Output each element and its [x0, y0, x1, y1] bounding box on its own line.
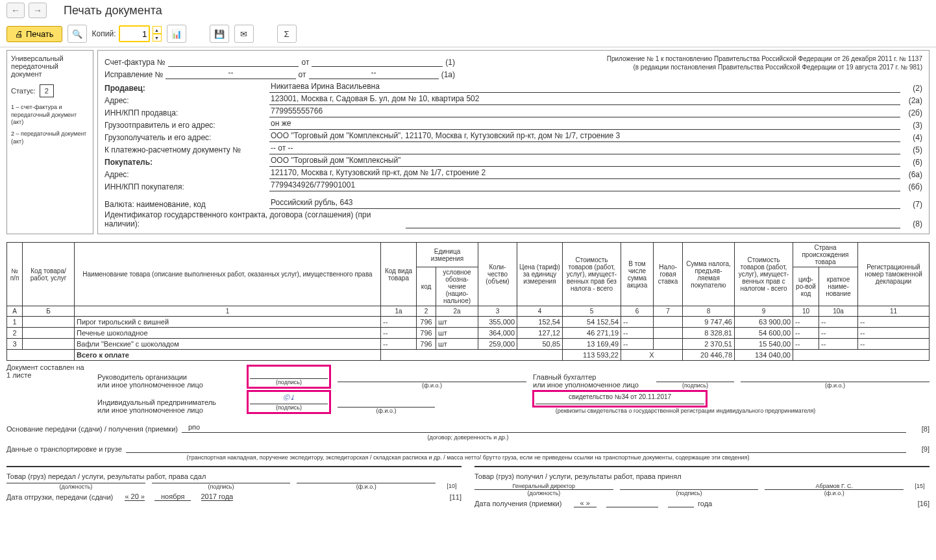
transport-label: Данные о транспортировке и грузе — [6, 445, 122, 453]
field-value: ООО "Торговый дом "Комплексный", 121170,… — [269, 131, 900, 142]
cell: -- — [793, 339, 819, 350]
export-button[interactable]: 📊 — [167, 25, 186, 43]
save-button[interactable]: 💾 — [210, 25, 229, 43]
legend-1: 1 – счет-фактура и передаточный документ… — [11, 104, 89, 127]
right-fio: (ф.и.о.) — [765, 490, 904, 496]
sheets: 1 листе — [6, 371, 84, 379]
left-fio: (ф.и.о.) — [356, 483, 376, 490]
th-code-c6: 6 — [621, 306, 654, 317]
field-value: ООО "Торговый дом "Комплексный" — [269, 156, 900, 167]
cell — [23, 339, 75, 350]
cell: Пирог тирольский с вишней — [75, 317, 381, 328]
u-fio-2: (ф.и.о.) — [741, 382, 930, 389]
field-label: Грузополучатель и его адрес: — [105, 133, 267, 142]
th-kind: Код вида товара — [381, 243, 417, 306]
field-num: (3) — [903, 121, 922, 130]
signatures-block: Документ составлен на 1 листе Руководите… — [0, 361, 936, 418]
copies-spinner[interactable]: ▲▼ — [153, 26, 162, 42]
cell: 1 — [7, 317, 23, 328]
doc-content: Приложение № 1 к постановлению Правитель… — [97, 50, 930, 234]
or-other-3: или иное уполномоченное лицо — [97, 406, 203, 414]
u-sign-3: (подпись) — [250, 404, 328, 411]
transport-num: [9] — [910, 445, 930, 453]
left-block: Товар (груз) передал / услуги, результат… — [6, 466, 462, 510]
cell: 796 — [417, 339, 436, 350]
print-label: Печать — [26, 29, 54, 39]
left-dn: [11] — [442, 493, 462, 501]
th-total: Стоимость товаров (работ, услуг), имущес… — [735, 243, 793, 306]
field-label: Покупатель: — [105, 158, 267, 167]
total-cell: 134 040,00 — [735, 350, 793, 361]
transport-hint: (транспортная накладная, поручение экспе… — [6, 454, 930, 461]
field-label: Адрес: — [105, 96, 267, 105]
th-code-a: А — [7, 306, 23, 317]
th-code-b: Б — [23, 306, 75, 317]
th-reg: Регистрационный номер таможенной деклара… — [858, 243, 930, 306]
cell: -- — [621, 317, 654, 328]
th-country: Страна происхождения товара — [793, 243, 858, 267]
print-button[interactable]: 🖨 Печать — [6, 26, 62, 42]
preview-button[interactable]: 🔍 — [68, 25, 87, 43]
right-name: Абрамов Г. С. — [765, 483, 904, 490]
th-code-c8: 8 — [683, 306, 735, 317]
cert-hint: (реквизиты свидетельства о государственн… — [441, 408, 930, 414]
basis-label: Основание передачи (сдачи) / получения (… — [6, 425, 178, 433]
field-value: он же — [269, 119, 900, 130]
ip-label: Индивидуальный предприниматель — [97, 398, 216, 406]
cell: -- — [858, 317, 930, 328]
signature-highlight-2: Ⓒ⤓(подпись) — [247, 390, 331, 414]
th-unit-code: код — [417, 267, 436, 306]
left-d: « 20 » — [125, 493, 145, 501]
cell: 127,12 — [517, 328, 563, 339]
th-code-c11: 11 — [858, 306, 930, 317]
cell: -- — [381, 317, 417, 328]
total-cell: 113 593,22 — [563, 350, 621, 361]
th-code: Код товара/ работ, услуг — [23, 243, 75, 306]
th-cc: циф-ро-вой код — [793, 267, 819, 306]
cell: 259,000 — [478, 339, 517, 350]
cell: 50,85 — [517, 339, 563, 350]
corr-label: Исправление № — [105, 70, 163, 79]
field-num: (2б) — [903, 108, 922, 117]
fields-container: Продавец:Никитаева Ирина Васильевна(2)Ад… — [105, 82, 922, 228]
left-title: Товар (груз) передал / услуги, результат… — [6, 472, 206, 480]
back-button[interactable]: ← — [6, 3, 25, 18]
cell: -- — [819, 317, 858, 328]
field-label: К платежно-расчетному документу № — [105, 145, 267, 154]
left-y: 2017 года — [201, 493, 234, 501]
table-row: 2Печенье шоколадное--796шт364,000127,124… — [7, 328, 930, 339]
sum-button[interactable]: Σ — [277, 25, 297, 43]
right-title: Товар (груз) получил / услуги, результат… — [474, 472, 682, 480]
u-fio-3: (ф.и.о.) — [338, 408, 435, 414]
left-m: ноября — [154, 493, 191, 501]
cell — [23, 317, 75, 328]
corr-from: от — [299, 70, 306, 79]
forward-button[interactable]: → — [29, 3, 47, 18]
field-num: (2) — [903, 84, 922, 93]
field-label: Продавец: — [105, 84, 267, 93]
ip-fio — [338, 396, 435, 408]
mail-button[interactable]: ✉ — [234, 25, 254, 43]
copies-input[interactable] — [119, 25, 150, 42]
cell: 46 271,19 — [563, 328, 621, 339]
th-code-c4: 4 — [517, 306, 563, 317]
right-num: [15] — [910, 483, 930, 490]
items-table: № п/п Код товара/ работ, услуг Наименова… — [6, 242, 930, 361]
th-code-c2a: 2а — [436, 306, 478, 317]
field-num: (8) — [903, 219, 922, 228]
leader-sign — [250, 368, 328, 379]
cert-text: свидетельство №34 от 20.11.2017 — [536, 393, 704, 404]
invoice-from: от — [301, 58, 309, 67]
field-value: -- от -- — [269, 143, 900, 154]
th-cn: краткое наиме-нование — [819, 267, 858, 306]
invoice-date — [312, 56, 443, 67]
cell: 8 328,81 — [683, 328, 735, 339]
th-code-c1a: 1а — [381, 306, 417, 317]
sidebar: Универсальный передаточный документ Стат… — [6, 50, 93, 234]
field-num: (7) — [903, 200, 922, 209]
cell: 63 900,00 — [735, 317, 793, 328]
total-cell: Всего к оплате — [75, 350, 381, 361]
cell: -- — [793, 328, 819, 339]
basis-num: [8] — [910, 425, 930, 433]
status-value[interactable]: 2 — [40, 84, 54, 97]
